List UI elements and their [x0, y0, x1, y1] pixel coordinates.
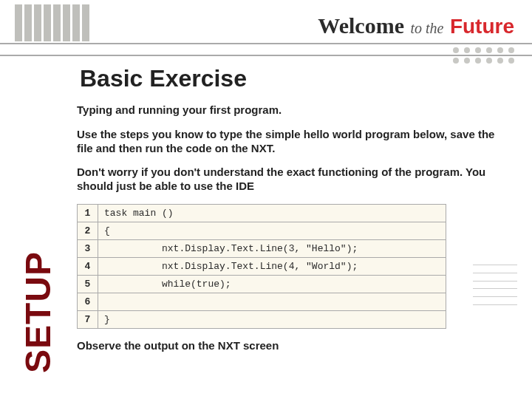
- header-stripes-decoration: [15, 4, 89, 41]
- code-row: 4 nxt.Display.Text.Line(4, "World");: [78, 257, 446, 275]
- paragraph-instructions: Use the steps you know to type the simpl…: [77, 128, 510, 156]
- code-line-number: 5: [78, 275, 98, 293]
- slide-header: Welcome to the Future: [0, 0, 532, 58]
- code-row: 2{: [78, 222, 446, 239]
- brand-wordmark: Welcome to the Future: [318, 13, 514, 38]
- slide-content: Typing and running your first program. U…: [77, 103, 510, 364]
- code-line-number: 4: [78, 257, 98, 275]
- code-row: 3 nxt.Display.Text.Line(3, "Hello");: [78, 239, 446, 257]
- code-line-text: [98, 293, 446, 310]
- code-line-text: }: [98, 310, 446, 328]
- slide-title: Basic Exercise: [80, 65, 247, 92]
- code-row: 5 while(true);: [78, 275, 446, 293]
- code-line-number: 7: [78, 310, 98, 328]
- code-line-text: task main (): [98, 204, 446, 222]
- header-rule-1: [0, 43, 532, 44]
- paragraph-note: Don't worry if you don't understand the …: [77, 166, 510, 194]
- code-listing-table: 1task main () 2{ 3 nxt.Display.Text.Line…: [77, 204, 446, 329]
- header-dots-decoration: [453, 47, 516, 65]
- code-line-text: {: [98, 222, 446, 239]
- paragraph-observe: Observe the output on the NXT screen: [77, 339, 510, 353]
- paragraph-intro: Typing and running your first program.: [77, 103, 510, 117]
- code-line-number: 6: [78, 293, 98, 310]
- code-row: 7}: [78, 310, 446, 328]
- code-line-text: nxt.Display.Text.Line(3, "Hello");: [98, 239, 446, 257]
- brand-welcome: Welcome: [318, 13, 404, 38]
- code-line-number: 2: [78, 222, 98, 239]
- brand-tothe: to the: [410, 20, 443, 36]
- code-line-number: 3: [78, 239, 98, 257]
- header-rule-2: [0, 55, 532, 56]
- brand-future: Future: [450, 15, 514, 38]
- code-line-text: nxt.Display.Text.Line(4, "World");: [98, 257, 446, 275]
- code-row: 1task main (): [78, 204, 446, 222]
- setup-vertical-label: SETUP: [18, 251, 58, 373]
- code-row: 6: [78, 293, 446, 310]
- code-line-text: while(true);: [98, 275, 446, 293]
- code-line-number: 1: [78, 204, 98, 222]
